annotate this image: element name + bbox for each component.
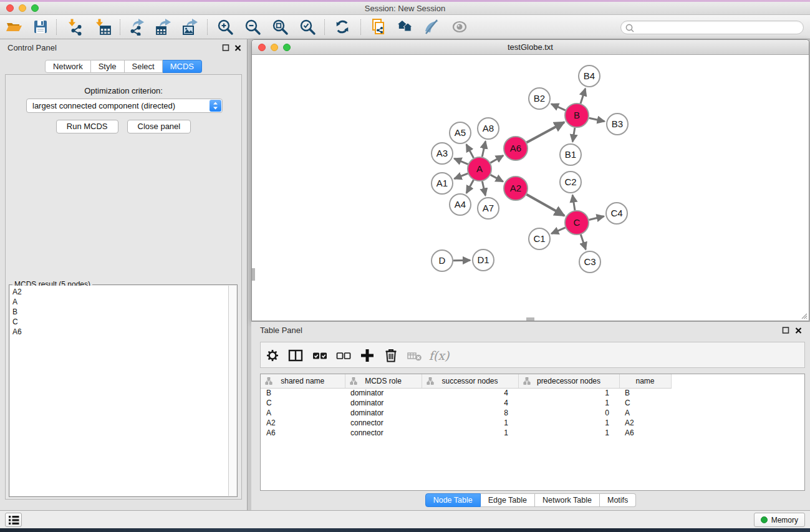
graph-edge-C-C2[interactable] — [572, 195, 575, 210]
table-row[interactable]: A2connector11A2 — [261, 418, 804, 428]
column-header-shared-name[interactable]: shared name — [261, 374, 345, 388]
graph-node-B4[interactable]: B4 — [579, 65, 600, 87]
graph-edge-C-C3[interactable] — [581, 235, 586, 249]
tab-edge-table[interactable]: Edge Table — [481, 493, 535, 507]
graph-node-B[interactable]: B — [565, 104, 589, 127]
table-row[interactable]: A6connector11A6 — [261, 428, 804, 438]
tab-network-table[interactable]: Network Table — [535, 493, 600, 507]
close-panel-button[interactable]: Close panel — [127, 120, 191, 133]
graph-edge-C-C4[interactable] — [589, 216, 604, 220]
graph-node-D1[interactable]: D1 — [473, 249, 494, 271]
zoom-in-icon[interactable] — [213, 17, 237, 37]
tab-style[interactable]: Style — [91, 60, 125, 73]
deselect-all-icon[interactable] — [335, 347, 352, 364]
graph-edge-B-B1[interactable] — [572, 128, 575, 142]
network-canvas[interactable]: B4B2BB3B1A5A8A6A3AA1A2A4A7C2CC4C1C3DD1 — [252, 56, 809, 321]
graph-node-C[interactable]: C — [565, 211, 589, 235]
graph-edge-A-A4[interactable] — [466, 180, 473, 193]
task-history-button[interactable] — [5, 513, 22, 527]
zoom-fit-icon[interactable] — [268, 17, 292, 37]
zoom-selected-icon[interactable] — [296, 17, 319, 37]
mcds-result-item[interactable]: B — [12, 307, 228, 317]
graph-node-B3[interactable]: B3 — [607, 114, 628, 135]
graph-node-A4[interactable]: A4 — [450, 194, 471, 215]
function-builder-icon[interactable]: f(x) — [430, 347, 448, 364]
mcds-result-item[interactable]: A2 — [12, 287, 228, 297]
tab-node-table[interactable]: Node Table — [425, 493, 481, 507]
mcds-result-item[interactable]: A6 — [12, 327, 228, 337]
graph-node-A3[interactable]: A3 — [432, 143, 453, 164]
tab-mcds[interactable]: MCDS — [163, 60, 202, 73]
show-hide-panel-icon[interactable] — [448, 17, 471, 37]
tab-network[interactable]: Network — [45, 60, 91, 73]
graph-edge-A-A8[interactable] — [482, 142, 485, 157]
column-header-successor-nodes[interactable]: successor nodes — [422, 374, 518, 388]
graph-edge-A-A7[interactable] — [482, 181, 485, 196]
graph-edge-A-A5[interactable] — [466, 145, 474, 158]
export-image-icon[interactable] — [178, 17, 202, 37]
memory-button[interactable]: Memory — [754, 513, 805, 527]
network-graph[interactable]: B4B2BB3B1A5A8A6A3AA1A2A4A7C2CC4C1C3DD1 — [252, 56, 808, 321]
table-row[interactable]: Adominator80A — [261, 408, 804, 418]
graph-node-A8[interactable]: A8 — [478, 118, 499, 139]
close-table-panel-icon[interactable] — [794, 326, 803, 334]
apply-layout-icon[interactable] — [330, 17, 354, 37]
graph-node-A2[interactable]: A2 — [504, 177, 528, 200]
graph-node-A6[interactable]: A6 — [504, 137, 528, 160]
delete-column-icon[interactable] — [382, 347, 400, 364]
graph-node-C1[interactable]: C1 — [529, 228, 550, 249]
resize-grip[interactable] — [800, 312, 808, 320]
graph-edge-A-A1[interactable] — [455, 173, 468, 178]
settings-icon[interactable] — [264, 347, 281, 364]
graph-node-A[interactable]: A — [468, 157, 491, 181]
run-mcds-button[interactable]: Run MCDS — [56, 120, 118, 133]
graph-node-B1[interactable]: B1 — [560, 144, 581, 165]
graph-edge-A-A3[interactable] — [454, 158, 468, 164]
tab-motifs[interactable]: Motifs — [600, 493, 636, 507]
graph-node-A5[interactable]: A5 — [450, 122, 471, 143]
hide-graphics-details-icon[interactable] — [420, 17, 443, 37]
graph-node-A1[interactable]: A1 — [432, 173, 453, 194]
save-session-icon[interactable] — [29, 17, 52, 37]
add-column-icon[interactable] — [359, 347, 376, 364]
graph-edge-A-A2[interactable] — [491, 175, 503, 181]
graph-node-A7[interactable]: A7 — [478, 198, 499, 219]
graph-edge-A-A6[interactable] — [490, 155, 503, 163]
import-network-icon[interactable] — [64, 17, 87, 37]
graph-edge-C-C1[interactable] — [551, 228, 565, 234]
import-table-icon[interactable] — [91, 17, 115, 37]
table-row[interactable]: Cdominator41C — [261, 398, 804, 408]
graph-edge-A2-C[interactable] — [526, 195, 564, 216]
column-header-name[interactable]: name — [619, 374, 671, 388]
graph-edge-B-B3[interactable] — [589, 118, 605, 121]
mcds-result-item[interactable]: A — [12, 297, 228, 307]
optimization-criterion-select[interactable]: largest connected component (directed) — [26, 99, 223, 113]
new-network-from-selection-icon[interactable] — [367, 17, 390, 37]
graph-node-C2[interactable]: C2 — [560, 172, 581, 193]
mcds-result-item[interactable]: C — [12, 317, 228, 327]
close-panel-icon[interactable] — [234, 44, 242, 52]
split-panel-icon[interactable] — [287, 347, 304, 364]
first-neighbors-icon[interactable] — [393, 17, 417, 37]
graph-node-C4[interactable]: C4 — [606, 203, 627, 224]
tab-select[interactable]: Select — [125, 60, 163, 73]
float-panel-icon[interactable] — [222, 44, 230, 52]
zoom-out-icon[interactable] — [241, 17, 264, 37]
export-table-icon[interactable] — [152, 17, 175, 37]
graph-node-C3[interactable]: C3 — [579, 251, 600, 273]
horizontal-scroll-thumb[interactable] — [526, 317, 534, 321]
float-table-panel-icon[interactable] — [782, 326, 790, 334]
graph-edge-A6-B[interactable] — [527, 122, 564, 143]
open-session-icon[interactable] — [2, 17, 26, 37]
export-network-icon[interactable] — [125, 17, 148, 37]
table-row[interactable]: Bdominator41B — [261, 388, 804, 398]
column-header-mcds-role[interactable]: MCDS role — [345, 374, 422, 388]
search-input[interactable] — [636, 22, 799, 33]
graph-edge-B-B2[interactable] — [551, 104, 566, 110]
graph-node-B2[interactable]: B2 — [529, 88, 550, 109]
graph-edge-B-B4[interactable] — [581, 89, 586, 104]
vertical-scroll-thumb[interactable] — [252, 268, 255, 281]
delete-table-icon[interactable] — [406, 347, 423, 364]
graph-node-D[interactable]: D — [432, 250, 453, 271]
column-header-predecessor-nodes[interactable]: predecessor nodes — [518, 374, 619, 388]
